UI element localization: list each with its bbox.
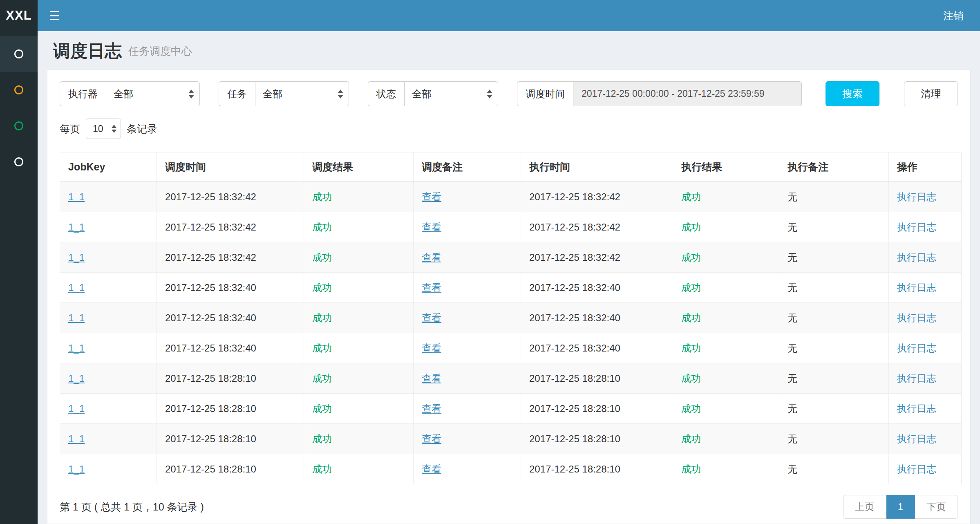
jobkey-link[interactable]: 1_1 <box>68 464 85 475</box>
status-select[interactable]: 全部 <box>404 81 498 106</box>
table-row: 1_12017-12-25 18:32:40成功查看2017-12-25 18:… <box>60 273 962 303</box>
view-link[interactable]: 查看 <box>422 464 441 475</box>
sidebar-toggle-button[interactable]: ☰ <box>38 0 72 31</box>
jobkey-link[interactable]: 1_1 <box>68 373 85 384</box>
view-link[interactable]: 查看 <box>422 403 441 414</box>
action-cell: 执行日志 <box>889 242 962 273</box>
table-row: 1_12017-12-25 18:32:42成功查看2017-12-25 18:… <box>60 242 962 273</box>
job-select[interactable]: 全部 <box>255 81 349 106</box>
date-range-input[interactable]: 2017-12-25 00:00:00 - 2017-12-25 23:59:5… <box>573 81 802 106</box>
main-content: 调度日志任务调度中心 执行器 全部 任务 全部 <box>38 31 980 524</box>
job-key-cell: 1_1 <box>60 182 157 212</box>
exec-time-cell: 2017-12-25 18:28:10 <box>521 454 673 484</box>
exec-log-link[interactable]: 执行日志 <box>897 191 936 202</box>
jobkey-link[interactable]: 1_1 <box>68 312 85 323</box>
job-key-cell: 1_1 <box>60 454 157 484</box>
jobkey-link[interactable]: 1_1 <box>68 343 85 354</box>
success-text: 成功 <box>312 191 332 202</box>
dispatch-time-cell: 2017-12-25 18:28:10 <box>157 394 304 424</box>
sidebar-item-3[interactable] <box>0 108 38 144</box>
success-text: 成功 <box>681 464 701 475</box>
clear-button[interactable]: 清理 <box>904 81 958 106</box>
view-link[interactable]: 查看 <box>422 312 441 323</box>
dispatch-time-cell: 2017-12-25 18:32:42 <box>157 182 304 212</box>
view-link[interactable]: 查看 <box>422 252 441 263</box>
executor-select[interactable]: 全部 <box>106 81 200 106</box>
exec-log-link[interactable]: 执行日志 <box>897 222 936 233</box>
success-text: 成功 <box>312 433 332 444</box>
job-key-cell: 1_1 <box>60 212 157 242</box>
select-stepper-icon <box>487 90 492 99</box>
action-cell: 执行日志 <box>889 212 962 242</box>
jobkey-link[interactable]: 1_1 <box>68 191 85 202</box>
exec-remark-cell: 无 <box>779 424 889 454</box>
jobkey-link[interactable]: 1_1 <box>68 433 85 444</box>
dispatch-time-filter: 调度时间 2017-12-25 00:00:00 - 2017-12-25 23… <box>517 81 802 106</box>
exec-time-cell: 2017-12-25 18:28:10 <box>521 424 673 454</box>
page-wrapper: 调度日志任务调度中心 执行器 全部 任务 全部 <box>0 31 980 524</box>
exec-log-link[interactable]: 执行日志 <box>897 403 936 414</box>
prev-page-button[interactable]: 上页 <box>843 495 886 519</box>
job-filter-label: 任务 <box>219 81 255 106</box>
dispatch-result-cell: 成功 <box>304 333 414 363</box>
exec-log-link[interactable]: 执行日志 <box>897 433 936 444</box>
table-row: 1_12017-12-25 18:32:42成功查看2017-12-25 18:… <box>60 182 962 212</box>
exec-result-cell: 成功 <box>673 182 779 212</box>
select-stepper-icon <box>338 90 343 99</box>
column-header: 执行时间 <box>521 152 673 182</box>
top-navbar: XXL ☰ 注销 <box>0 0 980 31</box>
exec-log-link[interactable]: 执行日志 <box>897 282 936 293</box>
exec-time-cell: 2017-12-25 18:28:10 <box>521 394 673 424</box>
jobkey-link[interactable]: 1_1 <box>68 222 85 233</box>
action-cell: 执行日志 <box>889 394 962 424</box>
view-link[interactable]: 查看 <box>422 191 441 202</box>
per-page-prefix-label: 每页 <box>60 122 80 136</box>
jobkey-link[interactable]: 1_1 <box>68 403 85 414</box>
view-link[interactable]: 查看 <box>422 282 441 293</box>
sidebar-item-4[interactable] <box>0 144 38 180</box>
circle-icon <box>14 85 23 94</box>
job-key-cell: 1_1 <box>60 333 157 363</box>
dispatch-time-filter-label: 调度时间 <box>517 81 573 106</box>
executor-filter-label: 执行器 <box>60 81 106 106</box>
action-cell: 执行日志 <box>889 182 962 212</box>
executor-filter: 执行器 全部 <box>60 81 200 106</box>
dispatch-remark-cell: 查看 <box>414 424 521 454</box>
exec-log-link[interactable]: 执行日志 <box>897 252 936 263</box>
logout-link[interactable]: 注销 <box>927 0 980 31</box>
jobkey-link[interactable]: 1_1 <box>68 252 85 263</box>
view-link[interactable]: 查看 <box>422 343 441 354</box>
page-size-select[interactable]: 10 <box>86 119 121 139</box>
current-page-button[interactable]: 1 <box>886 495 915 519</box>
search-button[interactable]: 搜索 <box>826 81 879 106</box>
status-filter: 状态 全部 <box>368 81 498 106</box>
exec-remark-cell: 无 <box>779 454 889 484</box>
exec-log-link[interactable]: 执行日志 <box>897 312 936 323</box>
view-link[interactable]: 查看 <box>422 222 441 233</box>
table-row: 1_12017-12-25 18:32:40成功查看2017-12-25 18:… <box>60 333 962 363</box>
column-header: 调度时间 <box>157 152 304 182</box>
column-header: 调度结果 <box>304 152 414 182</box>
app-logo: XXL <box>0 0 38 31</box>
dispatch-remark-cell: 查看 <box>414 182 521 212</box>
exec-log-link[interactable]: 执行日志 <box>897 373 936 384</box>
pagination: 上页 1 下页 <box>843 495 958 519</box>
success-text: 成功 <box>681 433 701 444</box>
dispatch-remark-cell: 查看 <box>414 273 521 303</box>
exec-result-cell: 成功 <box>673 424 779 454</box>
view-link[interactable]: 查看 <box>422 433 441 444</box>
next-page-button[interactable]: 下页 <box>915 495 958 519</box>
success-text: 成功 <box>312 312 332 323</box>
table-footer: 第 1 页 ( 总共 1 页，10 条记录 ) 上页 1 下页 <box>60 495 958 519</box>
success-text: 成功 <box>312 343 332 354</box>
status-select-value: 全部 <box>412 87 432 101</box>
sidebar-item-2[interactable] <box>0 72 38 108</box>
dispatch-remark-cell: 查看 <box>414 394 521 424</box>
exec-log-link[interactable]: 执行日志 <box>897 343 936 354</box>
exec-result-cell: 成功 <box>673 303 779 333</box>
success-text: 成功 <box>312 222 332 233</box>
view-link[interactable]: 查看 <box>422 373 441 384</box>
jobkey-link[interactable]: 1_1 <box>68 282 85 293</box>
sidebar-item-1[interactable] <box>0 36 38 72</box>
exec-log-link[interactable]: 执行日志 <box>897 464 936 475</box>
